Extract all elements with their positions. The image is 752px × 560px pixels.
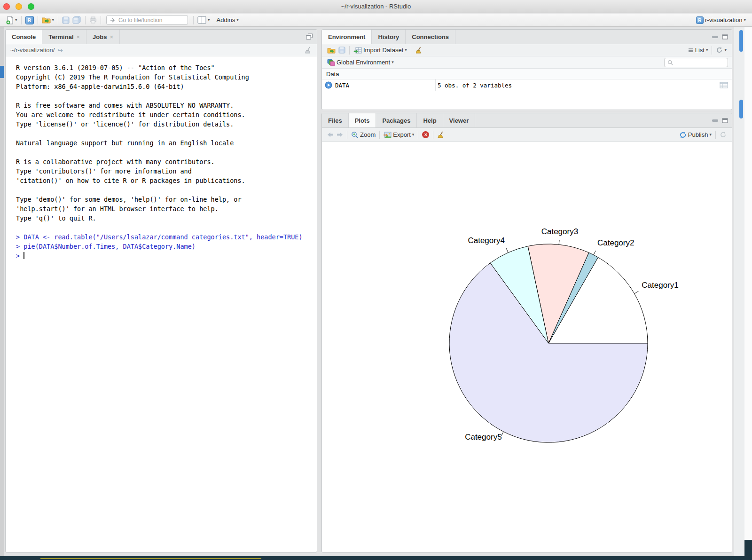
console-line: Type 'q()' to quit R. <box>16 213 317 223</box>
publish-button[interactable]: Publish ▾ <box>678 130 713 140</box>
save-all-button[interactable] <box>71 15 83 25</box>
view-table-icon[interactable] <box>720 82 728 88</box>
tab-files[interactable]: Files <box>322 113 349 127</box>
load-workspace-button[interactable] <box>326 46 337 55</box>
section-header-label: Data <box>326 71 339 78</box>
pie-label: Category2 <box>597 238 634 247</box>
addins-button[interactable]: Addins ▾ <box>215 16 240 24</box>
tab-viewer[interactable]: Viewer <box>443 113 476 127</box>
refresh-environment-button[interactable]: ▾ <box>714 46 728 55</box>
remove-plot-icon: × <box>422 131 429 138</box>
minimize-window-button[interactable] <box>16 3 22 10</box>
environment-scope-bar: Global Environment ▾ <box>322 56 732 69</box>
new-file-button[interactable]: ▾ <box>5 15 19 25</box>
new-project-button[interactable]: R <box>24 15 35 25</box>
console-line: > <box>16 251 317 260</box>
next-plot-button[interactable] <box>335 131 345 139</box>
console-line: Type 'contributors()' for more informati… <box>16 166 317 176</box>
expand-object-icon[interactable] <box>325 81 332 89</box>
console-line: > DATA <- read.table("/Users/lsalazar/co… <box>16 232 317 242</box>
previous-plot-button[interactable] <box>326 131 335 139</box>
pie-label-tick <box>559 240 559 245</box>
tab-connections[interactable]: Connections <box>406 30 455 44</box>
console-tabstrip: Console Terminal × Jobs × <box>6 30 317 44</box>
pie-label-tick <box>634 292 639 294</box>
environment-search-input[interactable] <box>675 59 722 66</box>
refresh-icon <box>720 131 727 138</box>
chevron-down-icon[interactable]: ▾ <box>208 18 210 22</box>
chevron-down-icon: ▾ <box>392 60 394 64</box>
list-view-label: List <box>695 47 705 54</box>
tab-terminal[interactable]: Terminal × <box>42 30 86 44</box>
goto-directory-icon[interactable]: ↪ <box>57 47 63 54</box>
close-icon[interactable]: × <box>110 33 113 40</box>
toolbar-separator <box>101 16 101 24</box>
open-folder-icon <box>42 16 51 24</box>
maximize-pane-icon[interactable] <box>722 34 728 39</box>
chevron-down-icon: ▾ <box>412 133 415 137</box>
open-folder-icon <box>327 47 336 54</box>
minimize-pane-icon[interactable] <box>712 118 719 123</box>
toolbar-separator <box>411 46 411 55</box>
close-window-button[interactable] <box>3 3 10 10</box>
tab-label: Jobs <box>93 33 107 40</box>
console-pane: Console Terminal × Jobs × ~/r-visualizat… <box>5 29 317 552</box>
background-window-blue-patch <box>0 66 4 78</box>
pane-layout-button[interactable]: ▾ <box>196 15 212 25</box>
console-line: R is free software and comes with ABSOLU… <box>16 101 317 110</box>
chevron-down-icon[interactable]: ▾ <box>15 18 17 22</box>
tab-history[interactable]: History <box>372 30 406 44</box>
tab-console[interactable]: Console <box>6 30 42 44</box>
save-button[interactable] <box>61 16 71 25</box>
goto-file-function-input[interactable] <box>118 17 180 24</box>
zoom-window-button[interactable] <box>28 3 34 10</box>
chevron-down-icon: ▾ <box>236 18 239 22</box>
remove-plot-button[interactable]: × <box>421 130 431 139</box>
pane-layout-grid-icon <box>197 16 206 24</box>
tab-label: Terminal <box>48 33 73 40</box>
tab-label: Plots <box>355 117 370 124</box>
project-selector-button[interactable]: R r-visualization ▾ <box>695 16 747 25</box>
export-image-icon <box>384 132 392 138</box>
list-view-button[interactable]: List ▾ <box>687 46 710 55</box>
layers-icon <box>327 59 335 66</box>
console-output[interactable]: R version 3.6.1 (2019-07-05) -- "Action … <box>6 56 317 260</box>
clear-objects-button[interactable] <box>414 46 424 55</box>
chevron-down-icon[interactable]: ▾ <box>52 18 55 22</box>
maximize-pane-icon[interactable] <box>722 118 728 123</box>
print-button[interactable] <box>88 16 98 24</box>
plots-pane: Files Plots Packages Help Viewer <box>321 113 732 552</box>
pie-label-tick <box>594 251 596 255</box>
save-workspace-button[interactable] <box>337 46 347 55</box>
goto-file-function-box[interactable] <box>106 15 188 25</box>
console-line: Copyright (C) 2019 The R Foundation for … <box>16 72 317 82</box>
tab-help[interactable]: Help <box>417 113 443 127</box>
tab-environment[interactable]: Environment <box>322 30 372 44</box>
project-name-label: r-visualization <box>705 16 742 24</box>
pie-label: Category4 <box>468 236 504 245</box>
environment-pane: Environment History Connections <box>321 29 732 110</box>
console-line: R version 3.6.1 (2019-07-05) -- "Action … <box>16 63 317 72</box>
tab-packages[interactable]: Packages <box>376 113 417 127</box>
environment-search-box[interactable] <box>664 58 728 67</box>
console-line: > pie(DATA$Number.of.Times, DATA$Categor… <box>16 242 317 251</box>
plot-canvas: Category1Category2Category3Category4Cate… <box>322 143 732 552</box>
zoom-plot-button[interactable]: Zoom <box>350 130 377 140</box>
close-icon[interactable]: × <box>77 33 80 40</box>
environment-object-row[interactable]: DATA 5 obs. of 2 variables <box>322 79 732 91</box>
refresh-plot-button[interactable] <box>718 130 728 139</box>
console-line: Type 'license()' or 'licence()' for dist… <box>16 119 317 129</box>
tab-plots[interactable]: Plots <box>349 113 376 127</box>
export-plot-button[interactable]: Export ▾ <box>382 130 415 139</box>
minimize-pane-icon[interactable] <box>712 34 719 39</box>
clear-console-broom-icon[interactable] <box>305 47 312 54</box>
import-dataset-button[interactable]: Import Dataset ▾ <box>352 46 408 55</box>
save-all-icon <box>72 16 81 24</box>
tab-label: Help <box>423 117 436 124</box>
tab-jobs[interactable]: Jobs × <box>86 30 120 44</box>
clear-all-plots-button[interactable] <box>436 130 446 140</box>
maximize-pane-icon[interactable] <box>306 33 313 40</box>
open-file-button[interactable]: ▾ <box>40 16 56 24</box>
tab-label: Console <box>12 33 36 40</box>
environment-scope-button[interactable]: Global Environment ▾ <box>326 58 395 67</box>
